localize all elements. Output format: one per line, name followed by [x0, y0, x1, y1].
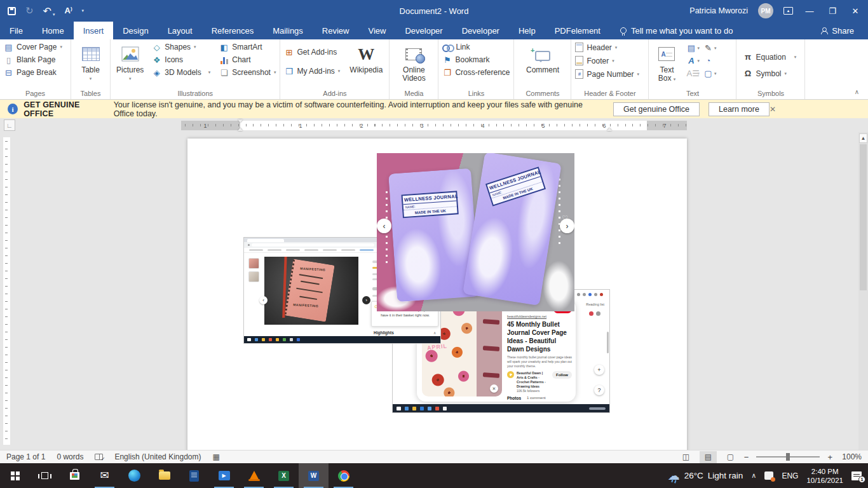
macro-recording-icon[interactable]: ▦ [213, 452, 220, 461]
text-box-button[interactable]: A Text Box ▾ [651, 41, 682, 83]
weather-widget[interactable]: ☁ 26°C Light rain [668, 470, 743, 482]
tab-developer-2[interactable]: Developer [452, 22, 509, 39]
signature-line-button[interactable]: ✎▾ [703, 42, 717, 54]
vlc-button[interactable] [239, 463, 269, 488]
undo-icon[interactable]: ↶▾ [43, 5, 55, 17]
customize-qat-icon[interactable]: ▾ [82, 8, 85, 13]
icons-button[interactable]: ❖Icons [150, 53, 212, 66]
tab-references[interactable]: References [202, 22, 263, 39]
learn-more-button[interactable]: Learn more [709, 102, 770, 116]
zoom-slider-handle[interactable] [786, 453, 790, 461]
file-explorer-button[interactable] [149, 463, 179, 488]
language-indicator[interactable]: English (United Kingdom) [114, 452, 201, 461]
account-name[interactable]: Patricia Mworozi [689, 6, 748, 15]
media-app-button[interactable] [179, 463, 209, 488]
next-photo-button[interactable]: › [362, 296, 370, 304]
wikipedia-button[interactable]: W Wikipedia [346, 41, 386, 74]
previous-image-button[interactable]: ‹ [377, 219, 391, 233]
zoom-in-icon[interactable]: + [827, 452, 832, 462]
task-view-button[interactable] [30, 463, 60, 488]
online-videos-button[interactable]: Online Videos [393, 41, 434, 83]
horizontal-ruler[interactable]: 1 1 2 3 4 5 6 7 [181, 121, 687, 130]
ribbon-display-options-icon[interactable]: ▴ [783, 7, 793, 15]
link-button[interactable]: Link [440, 41, 471, 53]
clock[interactable]: 2:40 PM 10/16/2021 [806, 467, 843, 485]
shapes-button[interactable]: ◇Shapes▾ [150, 41, 212, 53]
tell-me-box[interactable]: Tell me what you want to do [620, 22, 733, 39]
footer-button[interactable]: Footer▾ [573, 54, 616, 67]
page-indicator[interactable]: Page 1 of 1 [6, 452, 45, 461]
tab-mailings[interactable]: Mailings [263, 22, 313, 39]
avatar[interactable]: PM [758, 3, 773, 18]
first-line-indent-marker[interactable] [238, 119, 243, 123]
screenshot-button[interactable]: ❏Screenshot▾ [217, 66, 278, 79]
restore-button[interactable]: ❐ [826, 6, 839, 16]
web-layout-button[interactable]: ▢ [722, 451, 739, 463]
vertical-scrollbar[interactable]: ▲ [858, 132, 868, 450]
tab-help[interactable]: Help [509, 22, 545, 39]
right-indent-marker[interactable] [607, 128, 612, 131]
banner-close-icon[interactable]: ✕ [770, 105, 776, 114]
comment-button[interactable]: Comment [522, 41, 563, 74]
tab-insert[interactable]: Insert [74, 22, 114, 39]
read-aloud-icon[interactable]: A) [65, 6, 72, 15]
excel-button[interactable]: X [269, 463, 299, 488]
page-number-button[interactable]: #Page Number▾ [573, 67, 641, 81]
photos-tab[interactable]: Photos [507, 396, 521, 400]
cover-page-button[interactable]: ▤Cover Page▾ [2, 41, 64, 53]
word-count[interactable]: 0 words [57, 452, 83, 461]
bookmark-button[interactable]: ⚑Bookmark [440, 53, 491, 66]
start-button[interactable] [0, 463, 30, 488]
listing-thumbnail-1[interactable] [248, 258, 259, 269]
page-break-button[interactable]: ⊟Page Break [2, 66, 58, 79]
tab-view[interactable]: View [358, 22, 395, 39]
minimize-button[interactable]: — [803, 6, 816, 16]
close-pin-icon[interactable]: ✕ [490, 384, 498, 393]
scroll-up-icon[interactable]: ▲ [859, 133, 867, 143]
tab-review[interactable]: Review [313, 22, 359, 39]
pasted-image-wellness-journals[interactable]: ♡ ♡ ♡ WELLNESS JOURNAL NAME: MADE IN THE… [377, 153, 574, 311]
language-switcher[interactable]: ENG [782, 471, 798, 480]
drop-cap-button[interactable]: A☰▾ [686, 67, 700, 79]
read-mode-button[interactable]: ◫ [677, 451, 695, 463]
tab-pdfelement[interactable]: PDFelement [545, 22, 610, 39]
document-area[interactable]: Reading list APRIL ✕ ⋯ ↥ Caffiena ▾ [0, 132, 868, 450]
comments-tab[interactable]: 1 comment [527, 396, 546, 400]
previous-photo-button[interactable]: ‹ [259, 296, 268, 304]
tab-selector[interactable]: ∟ [4, 119, 15, 131]
save-icon[interactable] [8, 7, 16, 15]
mail-button[interactable]: ✉ [90, 463, 119, 488]
header-button[interactable]: Header▾ [573, 41, 619, 54]
tab-design[interactable]: Design [113, 22, 158, 39]
cross-reference-button[interactable]: ❐Cross-reference [440, 66, 512, 79]
show-hidden-icons-chevron[interactable]: ∧ [751, 471, 756, 480]
microsoft-store-button[interactable] [60, 463, 90, 488]
tab-layout[interactable]: Layout [158, 22, 202, 39]
close-button[interactable]: ✕ [849, 6, 862, 16]
date-time-button[interactable]: ◔ [703, 55, 717, 67]
hanging-indent-marker[interactable] [238, 128, 243, 131]
tab-file[interactable]: File [0, 22, 32, 39]
zoom-out-icon[interactable]: − [744, 452, 749, 462]
vertical-ruler[interactable] [3, 137, 10, 445]
collapse-ribbon-icon[interactable]: ∧ [855, 88, 859, 95]
share-button[interactable]: Share [820, 22, 868, 39]
proofing-icon[interactable] [95, 454, 103, 460]
quick-parts-button[interactable]: ▤▾ [686, 42, 700, 54]
word-button[interactable]: W [299, 463, 329, 488]
follow-button[interactable]: Follow [552, 371, 572, 379]
table-button[interactable]: Table▾ [78, 41, 104, 83]
get-genuine-office-button[interactable]: Get genuine Office [613, 102, 700, 116]
my-addins-button[interactable]: ❒My Add-ins▾ [282, 65, 342, 78]
zoom-slider[interactable] [756, 456, 820, 458]
tab-home[interactable]: Home [32, 22, 74, 39]
listing-thumbnail-2[interactable] [248, 271, 259, 282]
chrome-button[interactable] [329, 463, 358, 488]
3d-models-button[interactable]: ◈3D Models▾ [150, 66, 212, 79]
smartart-button[interactable]: ◧SmartArt [217, 41, 278, 53]
object-button[interactable]: ▢▾ [703, 67, 717, 79]
pictures-button[interactable]: Pictures▾ [112, 41, 147, 83]
blank-page-button[interactable]: ▯Blank Page [2, 53, 57, 66]
equation-button[interactable]: πEquation▾ [741, 51, 798, 64]
action-center-icon[interactable]: 1 [851, 471, 862, 480]
